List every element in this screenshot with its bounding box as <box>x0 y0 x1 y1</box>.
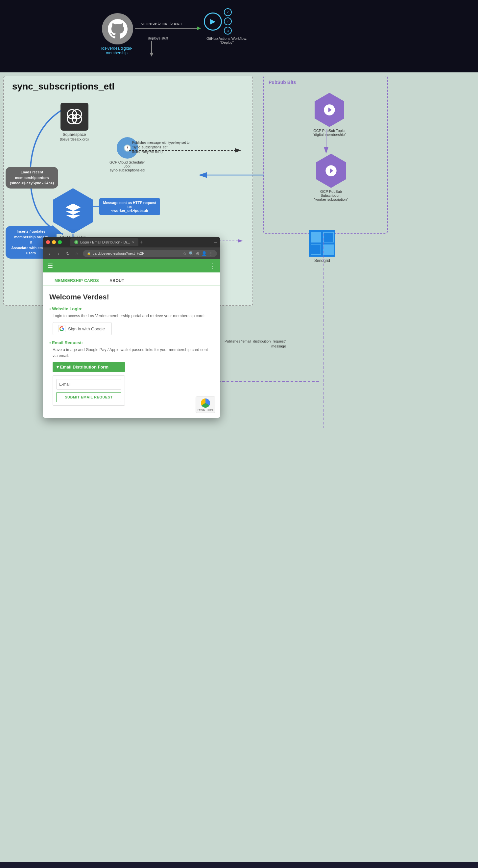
menu-icon[interactable]: ⋮ <box>209 251 213 256</box>
website-login-title: Website Login: <box>49 306 214 311</box>
pubsub-sub-label: GCP PubSub Subscription:"worker-subscrip… <box>310 189 352 202</box>
browser-navbar: ‹ › ↻ ⌂ 🔒 card.losverd.es/login?next=%2F… <box>43 247 220 259</box>
lock-icon: 🔒 <box>87 252 91 255</box>
scheduler-pubsub-arrow <box>129 144 247 157</box>
http-label: Message sent as HTTP request to:<worker_… <box>99 198 160 215</box>
github-icon: los-verdes/digital-membership <box>102 13 143 55</box>
email-input[interactable] <box>56 379 121 390</box>
back-button[interactable]: ‹ <box>46 251 53 256</box>
google-signin-button[interactable]: Sign in with Google <box>53 322 112 335</box>
profile-icon[interactable]: 👤 <box>202 251 207 256</box>
new-tab-button[interactable]: + <box>140 239 143 245</box>
squarespace-icon <box>61 103 89 131</box>
browser-tabs-bar: MEMBERSHIP CARDS ABOUT <box>43 273 220 286</box>
on-merge-label: on merge to main branch <box>141 21 181 25</box>
pubsub-title: PubSub Bits <box>269 80 296 85</box>
submit-email-button[interactable]: SUBMIT EMAIL REQUEST <box>56 392 121 402</box>
welcome-title: Welcome Verdes! <box>49 293 214 301</box>
browser-menu-bar: ☰ ⋮ <box>43 259 220 273</box>
url-bar[interactable]: 🔒 card.losverd.es/login?next=%2F ☆ 🔍 ⊕ 👤… <box>83 250 217 257</box>
recaptcha-logo-icon <box>201 399 210 408</box>
email-dist-form-toggle[interactable]: ▾ Email Distribution Form <box>53 362 125 372</box>
main-diagram: sync_subscriptions_etl Squarespa <box>0 72 478 862</box>
pubsub-box: PubSub Bits GCP PubSub Topic:"digital-me… <box>263 76 388 234</box>
browser-window: G Login / Email Distribution - Di... ✕ +… <box>43 237 220 418</box>
tab-membership-cards[interactable]: MEMBERSHIP CARDS <box>49 276 104 286</box>
email-dist-label: ▾ Email Distribution Form <box>57 365 108 370</box>
loads-label: Loads recent membership orders(since <$l… <box>6 167 58 189</box>
github-actions-icon: ▶ ✓ ✓ ⊙ GitHub Actions Workflow: "Deploy… <box>204 8 250 44</box>
play-circle-icon: ▶ <box>204 12 222 31</box>
scheduler-label: GCP Cloud Scheduler Job:sync-subscriptio… <box>106 160 148 172</box>
hamburger-icon[interactable]: ☰ <box>48 262 53 270</box>
website-login-section: Website Login: Login to access the Los V… <box>49 306 214 335</box>
check-circle-1-icon: ✓ <box>224 8 232 16</box>
home-button[interactable]: ⌂ <box>74 251 80 256</box>
recaptcha-badge: Privacy - Terms <box>196 397 215 413</box>
website-login-text: Login to access the Los Verdes membershi… <box>53 313 214 319</box>
url-action-icons: ☆ 🔍 ⊕ 👤 ⋮ <box>183 251 213 256</box>
minimize-dot[interactable] <box>52 240 56 244</box>
star-icon[interactable]: ☆ <box>183 251 187 256</box>
browser-titlebar: G Login / Email Distribution - Di... ✕ +… <box>43 237 220 247</box>
google-logo-icon <box>58 325 65 332</box>
forward-button[interactable]: › <box>55 251 62 256</box>
topic-sub-arrow <box>321 129 331 155</box>
bookmark-icon[interactable]: ⊕ <box>196 251 200 256</box>
check-circle-3-icon: ⊙ <box>224 27 232 35</box>
github-label: los-verdes/digital-membership <box>91 46 143 55</box>
sub-worker-arrow <box>198 170 267 180</box>
email-request-title: Email Request: <box>49 340 214 345</box>
email-request-section: Email Request: Have a image and Google P… <box>49 340 214 406</box>
email-form-area: SUBMIT EMAIL REQUEST <box>53 375 125 406</box>
pubsub-sub-section: GCP PubSub Subscription:"worker-subscrip… <box>310 154 352 202</box>
top-section: los-verdes/digital-membership on merge t… <box>0 0 478 72</box>
worker-icon <box>53 188 93 234</box>
tab-close-icon[interactable]: ✕ <box>132 241 134 244</box>
etl-title: sync_subscriptions_etl <box>12 81 114 92</box>
squarespace-section: Squarespace(losverdesatx.org) <box>60 103 89 142</box>
publishes-email-label: Publishes "email_distribution_request"me… <box>210 339 286 349</box>
reload-button[interactable]: ↻ <box>64 251 71 256</box>
pubsub-sub-icon <box>316 154 346 188</box>
google-signin-label: Sign in with Google <box>68 327 105 331</box>
browser-content: MEMBERSHIP CARDS ABOUT Welcome Verdes! W… <box>43 273 220 417</box>
more-options-icon[interactable]: ⋮ <box>209 262 215 270</box>
email-request-text: Have a image and Google Pay / Apple wall… <box>53 347 214 359</box>
check-circle-2-icon: ✓ <box>224 18 232 25</box>
deploy-arrow-line <box>135 28 201 29</box>
browser-body: Welcome Verdes! Website Login: Login to … <box>43 286 220 417</box>
window-minimize-icon[interactable]: ─ <box>214 240 217 245</box>
squarespace-label: Squarespace(losverdesatx.org) <box>60 132 89 142</box>
tab-about[interactable]: ABOUT <box>104 276 130 286</box>
zoom-icon[interactable]: 🔍 <box>189 251 194 256</box>
pubsub-topic-icon <box>315 93 344 127</box>
recaptcha-text: Privacy - Terms <box>198 409 213 411</box>
gh-actions-label: GitHub Actions Workflow: "Deploy" <box>204 36 250 44</box>
deploys-label: deploys stuff <box>148 36 168 54</box>
url-text: card.losverd.es/login?next=%2F <box>93 251 144 255</box>
pubsub-vertical-line <box>321 234 325 431</box>
maximize-dot[interactable] <box>58 240 62 244</box>
browser-tab[interactable]: G Login / Email Distribution - Di... ✕ <box>70 238 138 246</box>
close-dot[interactable] <box>46 240 50 244</box>
